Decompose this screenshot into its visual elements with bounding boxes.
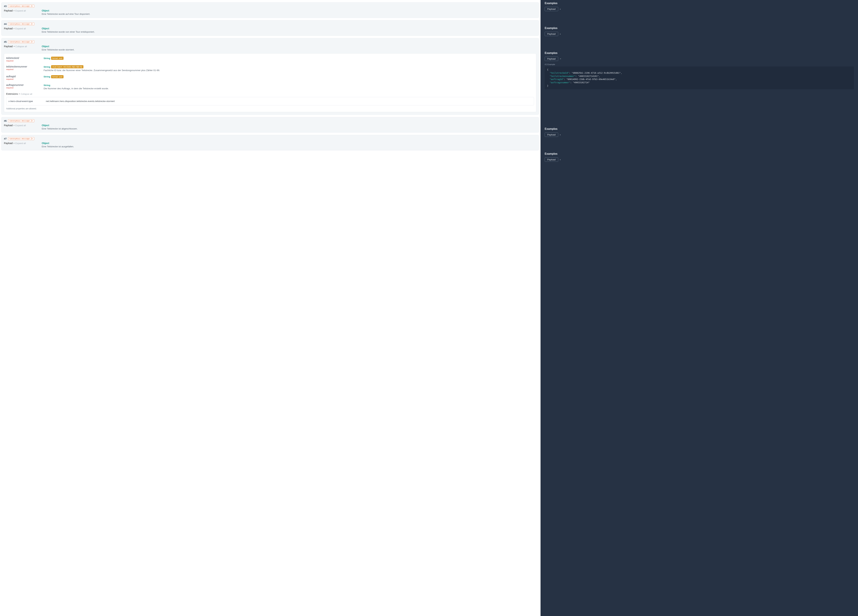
payload-toggle[interactable]: Payload › Collapse all [4,45,42,48]
examples-title: Examples [545,128,854,131]
main-panel: #3 <anonymous-message-2> Payload › Expan… [0,0,541,616]
extensions-toggle[interactable]: Extensions › Collapse all [6,93,534,95]
property-type: String [44,75,50,78]
chevron-right-icon: › [14,142,14,145]
payload-summary: Object Eine Teilstrecke wurde auf eine T… [42,9,536,15]
message-number: #5 [4,40,7,43]
message-header: #3 <anonymous-message-2> [4,5,536,8]
examples-button-row: Payload › [545,157,854,162]
message-number: #3 [4,5,7,8]
required-label: required [6,68,44,70]
payload-row: Payload › Expand all Object Eine Teilstr… [4,142,536,148]
payload-desc: Eine Teilstrecke wurde von einer Tour en… [42,31,536,33]
constraint-badge: must match: \d{12}(0[1-9]|[1-9][0-9]) [51,65,83,68]
chevron-up-icon[interactable]: › [559,58,561,59]
property-desc: Fachliche ID bzw. die Nummer einer Teils… [44,69,534,72]
examples-section-4: Examples Payload › [545,26,854,36]
examples-button-row: Payload › [545,7,854,11]
chevron-right-icon: › [14,9,14,12]
payload-label: Payload [4,9,13,12]
payload-toggle[interactable]: Payload › Expand all [4,124,42,127]
payload-example-button[interactable]: Payload [545,157,558,162]
examples-section-6: Examples Payload › [545,128,854,137]
payload-example-button[interactable]: Payload [545,57,558,61]
message-tag: <anonymous-message-2> [8,5,34,8]
message-number: #4 [4,23,7,25]
property-name: teilstreckeId [6,57,44,59]
payload-row: Payload › Expand all Object Eine Teilstr… [4,124,536,130]
extension-row: x-hero-cloud-event-type net.hellmann.her… [6,97,534,106]
collapse-all-label[interactable]: Collapse all [16,45,27,48]
message-card-3: #3 <anonymous-message-2> Payload › Expan… [2,2,539,18]
chevron-right-icon: › [14,124,14,126]
chevron-right-icon[interactable]: › [560,134,561,136]
extensions-label: Extensions [6,93,18,95]
payload-label: Payload [4,45,13,48]
payload-row: Payload › Collapse all Object Eine Teils… [4,45,536,51]
examples-section-7: Examples Payload › [545,152,854,162]
message-number: #6 [4,120,7,122]
message-header: #5 <anonymous-message-2> [4,40,536,43]
payload-type: Object [42,45,536,48]
required-label: required [6,87,44,89]
message-tag: <anonymous-message-2> [8,119,34,122]
property-row: auftragIdrequiredStringformat: uuid [6,73,534,82]
examples-title: Examples [545,2,854,5]
payload-example-button[interactable]: Payload [545,7,558,11]
property-name: teilstreckennummer [6,65,44,68]
payload-example-button[interactable]: Payload [545,32,558,36]
property-desc: Die Nummer des Auftrags, in dem die Teil… [44,87,534,90]
message-tag: <anonymous-message-2> [8,22,34,25]
property-row: teilstreckeIdrequiredStringformat: uuid [6,55,534,64]
required-label: required [6,78,44,80]
example-code[interactable]: { "teilstreckeId": "d88825b1-2196-4716-a… [545,67,854,89]
message-card-6: #6 <anonymous-message-2> Payload › Expan… [2,117,539,132]
payload-summary: Object Eine Teilstrecke wurde von einer … [42,27,536,33]
additional-props-note: Additional properties are allowed. [6,107,534,110]
examples-section-5: Examples Payload › #1 Example { "teilstr… [545,51,854,89]
payload-example-button[interactable]: Payload [545,132,558,137]
message-header: #7 <anonymous-message-2> [4,137,536,140]
payload-summary: Object Eine Teilstrecke ist abgeschlosse… [42,124,536,130]
payload-desc: Eine Teilstrecke wurde storniert. [42,48,536,51]
expand-all-label[interactable]: Expand all [16,124,26,127]
payload-desc: Eine Teilstrecke wurde auf eine Tour dis… [42,13,536,15]
expand-all-label[interactable]: Expand all [16,27,26,30]
payload-row: Payload › Expand all Object Eine Teilstr… [4,9,536,15]
payload-type: Object [42,27,536,30]
property-name: auftragId [6,75,44,78]
payload-toggle[interactable]: Payload › Expand all [4,142,42,145]
payload-label: Payload [4,27,13,30]
message-tag: <anonymous-message-2> [8,40,34,43]
chevron-up-icon: › [18,93,20,94]
constraint-badge: format: uuid [51,57,64,60]
constraint-badge: format: uuid [51,75,64,78]
examples-button-row: Payload › [545,32,854,36]
message-card-7: #7 <anonymous-message-2> Payload › Expan… [2,135,539,150]
examples-section-3: Examples Payload › [545,2,854,11]
message-header: #4 <anonymous-message-2> [4,22,536,25]
chevron-right-icon[interactable]: › [560,158,561,161]
examples-sidebar: Examples Payload › Examples Payload › Ex… [541,0,858,616]
expand-all-label[interactable]: Expand all [16,9,26,12]
examples-button-row: Payload › [545,132,854,137]
property-type: String [44,84,50,87]
chevron-right-icon[interactable]: › [560,33,561,35]
examples-title: Examples [545,51,854,54]
payload-type: Object [42,142,536,145]
required-label: required [6,60,44,62]
property-row: auftragsnummerrequiredStringDie Nummer d… [6,82,534,92]
payload-summary: Object Eine Teilstrecke ist ausgefallen. [42,142,536,148]
payload-toggle[interactable]: Payload › Expand all [4,27,42,30]
expand-all-label[interactable]: Expand all [16,142,26,145]
chevron-up-icon: › [13,46,15,47]
chevron-right-icon[interactable]: › [560,8,561,10]
payload-desc: Eine Teilstrecke ist ausgefallen. [42,145,536,148]
property-type: String [44,57,50,59]
payload-type: Object [42,124,536,127]
payload-toggle[interactable]: Payload › Expand all [4,9,42,12]
examples-title: Examples [545,152,854,156]
property-row: teilstreckennummerrequiredStringmust mat… [6,64,534,73]
example-label: #1 Example [545,63,854,65]
collapse-all-label[interactable]: Collapse all [20,93,32,95]
